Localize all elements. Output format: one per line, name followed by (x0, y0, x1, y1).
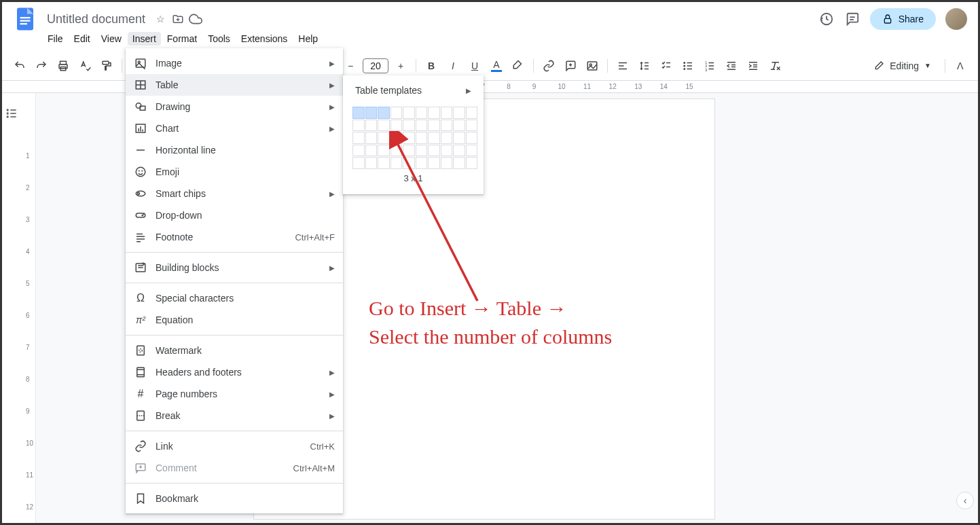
grid-cell[interactable] (403, 120, 415, 132)
grid-cell[interactable] (441, 107, 453, 119)
menu-item-chart[interactable]: Chart▶ (126, 117, 343, 139)
menu-item-image[interactable]: Image▶ (126, 52, 343, 74)
add-comment-button[interactable] (561, 56, 580, 75)
grid-cell[interactable] (378, 120, 390, 132)
menu-item-drawing[interactable]: Drawing▶ (126, 96, 343, 117)
grid-cell[interactable] (428, 120, 440, 132)
grid-cell[interactable] (453, 132, 465, 144)
grid-cell[interactable] (453, 157, 465, 169)
menu-item-headers-and-footers[interactable]: Headers and footers▶ (126, 361, 343, 383)
grid-cell[interactable] (378, 107, 390, 119)
insert-link-button[interactable] (539, 56, 558, 75)
menu-item-link[interactable]: LinkCtrl+K (126, 435, 343, 457)
history-icon[interactable] (818, 11, 835, 27)
grid-cell[interactable] (428, 157, 440, 169)
comments-icon[interactable] (844, 11, 860, 27)
editing-mode-button[interactable]: Editing ▼ (865, 58, 939, 74)
grid-cell[interactable] (391, 145, 403, 157)
menu-extensions[interactable]: Extensions (236, 32, 292, 46)
grid-cell[interactable] (378, 132, 390, 144)
bold-button[interactable]: B (422, 56, 441, 75)
indent-decrease-button[interactable] (722, 56, 741, 75)
grid-cell[interactable] (416, 145, 428, 157)
menu-item-drop-down[interactable]: Drop-down (126, 204, 343, 226)
menu-item-watermark[interactable]: Watermark (126, 340, 343, 361)
menu-item-special-characters[interactable]: ΩSpecial characters (126, 287, 343, 309)
underline-button[interactable]: U (465, 56, 484, 75)
grid-cell[interactable] (378, 145, 390, 157)
align-button[interactable] (613, 56, 632, 75)
grid-cell[interactable] (416, 132, 428, 144)
undo-button[interactable] (10, 56, 29, 75)
spellcheck-button[interactable] (75, 56, 94, 75)
menu-item-building-blocks[interactable]: Building blocks▶ (126, 257, 343, 278)
line-spacing-button[interactable] (635, 56, 654, 75)
grid-cell[interactable] (403, 107, 415, 119)
grid-cell[interactable] (391, 107, 403, 119)
italic-button[interactable]: I (443, 56, 462, 75)
menu-item-horizontal-line[interactable]: Horizontal line (126, 139, 343, 161)
grid-cell[interactable] (453, 145, 465, 157)
menu-item-table[interactable]: Table▶ (126, 74, 343, 96)
font-size-input[interactable]: 20 (363, 58, 388, 73)
grid-cell[interactable] (466, 120, 478, 132)
grid-cell[interactable] (428, 145, 440, 157)
vertical-ruler[interactable]: 123456789101112 (24, 93, 36, 523)
menu-edit[interactable]: Edit (69, 32, 95, 46)
grid-cell[interactable] (378, 157, 390, 169)
outline-icon[interactable] (5, 107, 21, 123)
insert-image-button[interactable] (583, 56, 602, 75)
table-size-picker[interactable]: 3 x 1 (343, 101, 484, 186)
move-icon[interactable] (171, 12, 185, 26)
grid-cell[interactable] (391, 132, 403, 144)
grid-cell[interactable] (403, 132, 415, 144)
font-size-decrease[interactable]: − (341, 56, 360, 75)
grid-cell[interactable] (466, 107, 478, 119)
grid-cell[interactable] (441, 120, 453, 132)
menu-item-page-numbers[interactable]: #Page numbers▶ (126, 383, 343, 405)
menu-item-emoji[interactable]: Emoji (126, 161, 343, 183)
text-color-button[interactable]: A (487, 56, 506, 75)
grid-cell[interactable] (365, 107, 378, 119)
grid-cell[interactable] (352, 120, 365, 132)
collapse-toolbar-button[interactable]: ᐱ (951, 56, 970, 75)
font-size-increase[interactable]: + (391, 56, 410, 75)
grid-cell[interactable] (391, 120, 403, 132)
document-title[interactable]: Untitled document (43, 11, 149, 28)
grid-cell[interactable] (403, 157, 415, 169)
grid-cell[interactable] (416, 157, 428, 169)
share-button[interactable]: Share (870, 8, 936, 30)
docs-logo-icon[interactable] (13, 7, 37, 31)
menu-view[interactable]: View (96, 32, 126, 46)
menu-insert[interactable]: Insert (128, 32, 161, 46)
indent-increase-button[interactable] (744, 56, 763, 75)
paint-format-button[interactable] (97, 56, 116, 75)
menu-format[interactable]: Format (162, 32, 202, 46)
grid-cell[interactable] (365, 120, 378, 132)
grid-cell[interactable] (403, 145, 415, 157)
grid-cell[interactable] (391, 157, 403, 169)
menu-item-bookmark[interactable]: Bookmark (126, 488, 343, 509)
menu-help[interactable]: Help (293, 32, 323, 46)
avatar[interactable] (945, 8, 967, 30)
grid-cell[interactable] (466, 145, 478, 157)
grid-cell[interactable] (416, 120, 428, 132)
print-button[interactable] (54, 56, 73, 75)
menu-tools[interactable]: Tools (203, 32, 235, 46)
grid-cell[interactable] (352, 107, 365, 119)
grid-cell[interactable] (428, 132, 440, 144)
grid-cell[interactable] (466, 132, 478, 144)
menu-item-footnote[interactable]: FootnoteCtrl+Alt+F (126, 226, 343, 248)
grid-cell[interactable] (428, 107, 440, 119)
star-icon[interactable]: ☆ (153, 12, 167, 26)
menu-item-equation[interactable]: π²Equation (126, 309, 343, 331)
grid-cell[interactable] (352, 145, 365, 157)
clear-format-button[interactable] (765, 56, 784, 75)
menu-file[interactable]: File (43, 32, 68, 46)
grid-cell[interactable] (441, 157, 453, 169)
cloud-status-icon[interactable] (189, 12, 202, 26)
bulleted-list-button[interactable] (678, 56, 697, 75)
grid-cell[interactable] (416, 107, 428, 119)
grid-cell[interactable] (365, 145, 378, 157)
grid-cell[interactable] (453, 107, 465, 119)
